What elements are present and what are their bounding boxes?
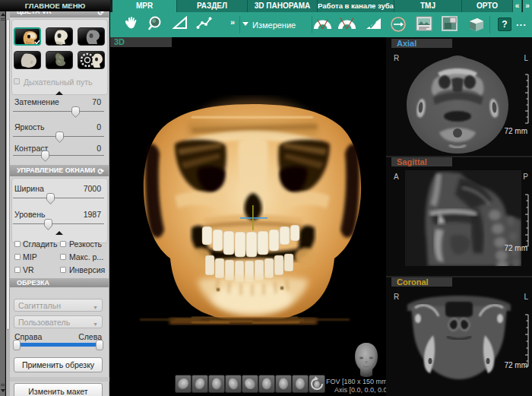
svg-text:»: » [230,17,235,27]
